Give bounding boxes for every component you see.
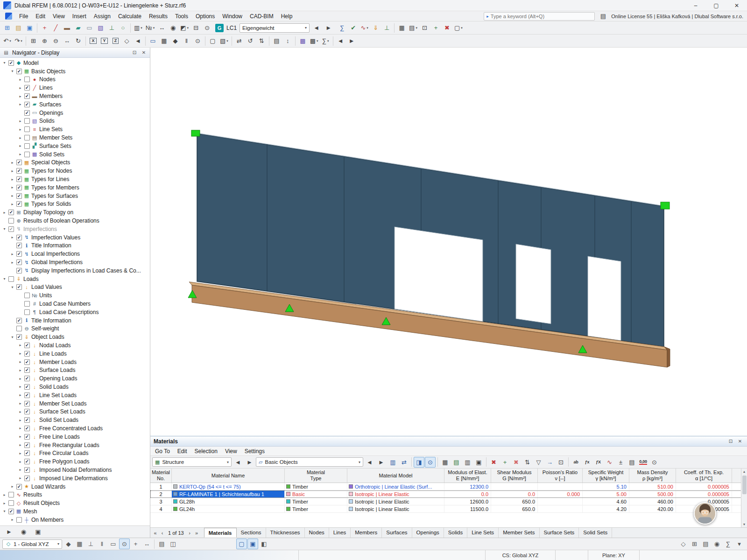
nav-item-nodal-loads[interactable]: ▸✓↓Nodal Loads <box>0 341 150 350</box>
expand-arrow-icon[interactable]: ▸ <box>18 385 23 389</box>
fX-icon[interactable]: ƒX <box>593 457 604 468</box>
menu-results[interactable]: Results <box>145 11 171 21</box>
filter-icon[interactable]: ▽ <box>533 457 544 468</box>
panel-toggle-icon[interactable]: ⊡ <box>419 22 430 33</box>
checkbox[interactable]: ✓ <box>24 459 30 464</box>
open-file-icon[interactable]: ▤ <box>13 22 24 33</box>
cell-material-model[interactable]: Isotropic | Linear Elastic <box>347 505 444 512</box>
menu-go-to[interactable]: Go To <box>151 447 174 456</box>
insert-node-icon[interactable]: + <box>39 22 50 33</box>
menu-app-icon[interactable] <box>5 13 12 20</box>
nav-item-load-case-descriptions[interactable]: ¶Load Case Descriptions <box>0 308 150 316</box>
cell-value-2[interactable] <box>538 483 583 490</box>
column-header-materialno[interactable]: MaterialNo. <box>150 469 172 483</box>
export-xlsx-icon[interactable]: ▤ <box>451 457 462 468</box>
panel-icon[interactable]: ⊡ <box>556 457 566 468</box>
checkbox[interactable]: ✓ <box>8 509 14 514</box>
cell-material-type[interactable]: Timber <box>285 505 347 512</box>
new-file-icon[interactable]: ⊞ <box>2 22 13 33</box>
checkbox[interactable]: ✓ <box>16 318 22 323</box>
menu-insert[interactable]: Insert <box>69 11 90 21</box>
ortho-toggle-icon[interactable]: ⊥ <box>85 539 96 549</box>
nav-item-openings[interactable]: ✓▭Openings <box>0 109 150 117</box>
background-layers-icon[interactable]: ◫ <box>168 539 178 549</box>
load-case-type-badge[interactable]: G <box>215 24 224 32</box>
expand-arrow-icon[interactable]: ▾ <box>10 69 15 73</box>
column-header-modulus-of-elast-e-n-mm[interactable]: Modulus of Elast.E [N/mm²] <box>444 469 491 483</box>
next-table-page-icon[interactable]: › <box>186 529 193 537</box>
cell-material-name[interactable]: GL28h <box>172 498 285 505</box>
grid-icon[interactable]: ▦ <box>159 35 169 46</box>
menu-help[interactable]: Help <box>277 11 296 21</box>
guidelines-toggle-icon[interactable]: ‖ <box>97 539 107 549</box>
checkbox[interactable]: ✓ <box>16 259 22 265</box>
expand-arrow-icon[interactable]: ▸ <box>18 136 23 140</box>
sync-selection-icon[interactable]: ⇄ <box>399 457 409 468</box>
nav-item-load-case-numbers[interactable]: #Load Case Numbers <box>0 300 150 308</box>
layers-icon[interactable]: ▤ <box>700 539 711 549</box>
tab-member-sets[interactable]: Member Sets <box>499 528 539 538</box>
nav-item-free-circular-loads[interactable]: ▸✓↓Free Circular Loads <box>0 449 150 457</box>
units-icon[interactable]: ± <box>615 457 626 468</box>
mesh-icon[interactable]: ▩ <box>297 35 308 46</box>
calculate-icon[interactable]: ∑ <box>337 22 347 33</box>
snap-icon[interactable]: ◆ <box>170 35 181 46</box>
insert-opening-icon[interactable]: ▭ <box>84 22 95 33</box>
menu-edit[interactable]: Edit <box>174 447 191 456</box>
show-results-icon[interactable]: ∿▾ <box>359 22 370 33</box>
expand-arrow-icon[interactable]: ▸ <box>18 127 23 132</box>
nav-item-loads[interactable]: ▾⇓Loads <box>0 275 150 283</box>
checkbox[interactable]: ✓ <box>16 243 22 248</box>
nav-item-load-wizards[interactable]: ▸✓★Load Wizards <box>0 483 150 491</box>
cell-value-3[interactable]: 4.60 <box>583 498 629 505</box>
expand-arrow-icon[interactable]: ▸ <box>18 434 23 439</box>
column-header-coeff-of-th-exp-1-c[interactable]: Coeff. of Th. Exp.α [1/°C] <box>676 469 732 483</box>
visibility-icon[interactable]: ◉ <box>168 22 178 33</box>
expand-arrow-icon[interactable]: ▸ <box>18 476 23 480</box>
work-plane-icon[interactable]: ▭ <box>148 35 158 46</box>
nav-item-load-values[interactable]: ▾✓↓Load Values <box>0 283 150 292</box>
nodal-support-top-right[interactable] <box>661 202 669 209</box>
scroll-thumb[interactable] <box>742 476 747 494</box>
crosshair-toggle-icon[interactable]: + <box>130 539 141 549</box>
selection-mode-icon[interactable]: ▢▾ <box>453 22 464 33</box>
import-table-icon[interactable]: ▥ <box>462 457 473 468</box>
cell-value-1[interactable]: 650.0 <box>491 505 538 512</box>
float-table-icon[interactable]: ⊡ <box>727 439 734 444</box>
material-row-3[interactable]: 3GL28hTimberIsotropic | Linear Elastic12… <box>150 498 747 505</box>
minimize-button[interactable]: – <box>685 0 706 11</box>
printout-report-icon[interactable]: ▤▾ <box>408 22 419 33</box>
checkbox[interactable]: ✓ <box>24 384 30 390</box>
view-cube-icon[interactable]: ◇ <box>678 539 689 549</box>
nav-item-results-of-boolean-operations[interactable]: ⊕Results of Boolean Operations <box>0 217 150 225</box>
checkbox[interactable]: ✓ <box>24 442 30 448</box>
nav-item-mesh[interactable]: ▾✓▦Mesh <box>0 507 150 516</box>
expand-arrow-icon[interactable]: ▸ <box>18 443 23 447</box>
guidelines-icon[interactable]: ‖ <box>181 35 192 46</box>
cell-material-type[interactable]: Timber <box>285 498 347 505</box>
column-header-shear-modulusg-n-mm[interactable]: Shear ModulusG [N/mm²] <box>491 469 538 483</box>
prev-table-icon[interactable]: ◄ <box>233 457 243 468</box>
expand-arrow-icon[interactable]: ▸ <box>18 418 23 422</box>
column-header-material-name[interactable]: Material Name <box>172 469 285 483</box>
checkbox[interactable]: ✓ <box>24 401 30 406</box>
cell-value-5[interactable]: 0.000005 <box>676 490 732 497</box>
nav-item-opening-loads[interactable]: ▸✓↓Opening Loads <box>0 374 150 383</box>
expand-arrow-icon[interactable]: ▾ <box>10 335 15 339</box>
tab-line-sets[interactable]: Line Sets <box>467 528 499 538</box>
cell-material-name[interactable]: GL24h <box>172 505 285 512</box>
insert-solid-icon[interactable]: ▧ <box>95 22 106 33</box>
menu-file[interactable]: File <box>15 11 32 21</box>
checkbox[interactable]: ✓ <box>16 251 22 257</box>
window-opening-1[interactable] <box>516 244 551 324</box>
user-avatar[interactable] <box>694 502 716 525</box>
delete-objects-icon[interactable]: ✖ <box>442 22 452 33</box>
checkbox[interactable] <box>24 152 30 157</box>
expand-arrow-icon[interactable]: ▸ <box>18 426 23 430</box>
cell-material-no[interactable]: 4 <box>150 505 172 512</box>
tables-icon[interactable]: ▥▾ <box>133 22 144 33</box>
cell-value-1[interactable] <box>491 483 538 490</box>
cell-material-no[interactable]: 1 <box>150 483 172 490</box>
precision-icon[interactable]: 0,00 <box>638 457 648 468</box>
line-grid-icon[interactable]: ▤ <box>271 35 282 46</box>
